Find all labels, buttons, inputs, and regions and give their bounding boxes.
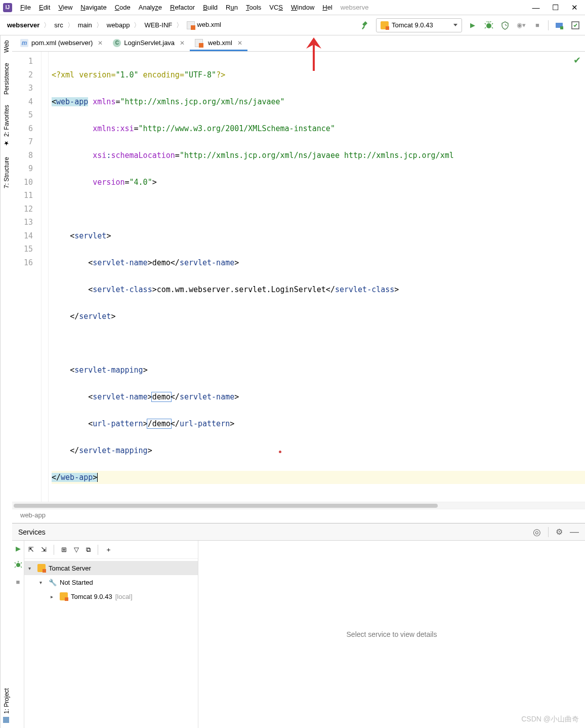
project-icon (4, 717, 10, 723)
gear-icon[interactable]: ⚙ (556, 527, 563, 537)
code-area[interactable]: <?xml version="1.0" encoding="UTF-8"?> <… (49, 52, 585, 502)
close-icon[interactable]: ✕ (180, 39, 185, 47)
minimize-panel-button[interactable]: — (570, 527, 579, 537)
java-class-icon: C (113, 39, 121, 47)
menu-run[interactable]: Run (222, 2, 242, 13)
services-tool-window: Services ◎ ⚙ — ▶ ■ ⇱ ⇲ (12, 523, 585, 728)
svg-point-0 (486, 23, 491, 28)
crumb-webinf[interactable]: WEB-INF (141, 20, 175, 30)
profiler-button[interactable]: ◉▾ (516, 20, 527, 31)
project-tool-tab[interactable]: 1: Project (1, 683, 12, 728)
menu-build[interactable]: Build (199, 2, 222, 13)
watermark: CSDN @小山曲奇 (521, 715, 579, 724)
editor-tabbar: m pom.xml (webserver) ✕ C LoginServlet.j… (12, 35, 585, 52)
collapse-all-icon[interactable]: ⇲ (41, 546, 47, 553)
fold-gutter[interactable] (41, 52, 49, 502)
xml-file-icon (187, 21, 195, 29)
run-configuration-selector[interactable]: Tomcat 9.0.43 (376, 18, 462, 32)
tab-pom[interactable]: m pom.xml (webserver) ✕ (15, 36, 108, 51)
maximize-button[interactable]: ☐ (551, 3, 560, 12)
stop-button[interactable]: ■ (532, 20, 543, 31)
debug-button[interactable] (483, 20, 494, 31)
crumb-webapp[interactable]: webapp (104, 20, 133, 30)
favorites-tool-tab[interactable]: ★2: Favorites (1, 100, 12, 152)
group-icon[interactable]: ⊞ (61, 546, 67, 553)
menu-vcs[interactable]: VCS (265, 2, 287, 13)
app-icon: IJ (3, 3, 12, 12)
editor[interactable]: 12345678910111213141516 <?xml version="1… (12, 52, 585, 502)
chevron-down-icon[interactable]: ▾ (28, 565, 34, 571)
tab-login-servlet[interactable]: C LoginServlet.java ✕ (108, 36, 190, 51)
caret-down-icon (453, 24, 457, 26)
tomcat-icon (60, 592, 68, 600)
search-everywhere-button[interactable] (570, 20, 581, 31)
persistence-tool-tab[interactable]: Persistence (1, 58, 12, 100)
run-button[interactable]: ▶ (467, 20, 478, 31)
services-title: Services (18, 528, 46, 536)
menu-edit[interactable]: Edit (35, 2, 54, 13)
navigation-bar: webserver〉 src〉 main〉 webapp〉 WEB-INF〉 w… (0, 15, 585, 35)
window-title: webserve (337, 2, 373, 13)
line-number-gutter: 12345678910111213141516 (12, 52, 41, 502)
filter-icon[interactable]: ▽ (74, 546, 79, 553)
crumb-project[interactable]: webserver (4, 20, 43, 30)
editor-breadcrumb[interactable]: web-app (12, 509, 585, 523)
debug-icon[interactable] (14, 560, 22, 570)
error-dot-icon (279, 451, 281, 453)
services-details-placeholder: Select service to view details (198, 541, 585, 728)
left-tool-gutter: 1: Project 7: Structure ★2: Favorites Pe… (0, 35, 12, 728)
build-hammer-icon[interactable] (360, 20, 371, 31)
menu-navigate[interactable]: Navigate (76, 2, 110, 13)
chevron-down-icon[interactable]: ▾ (39, 580, 46, 585)
tab-label: LoginServlet.java (124, 39, 175, 47)
chevron-right-icon[interactable]: ▸ (51, 594, 57, 599)
services-action-gutter: ▶ ■ (12, 541, 24, 728)
menu-window[interactable]: Window (287, 2, 318, 13)
structure-tool-tab[interactable]: 7: Structure (1, 152, 12, 193)
close-icon[interactable]: ✕ (237, 39, 242, 47)
tab-label: web.xml (208, 39, 232, 47)
crumb-main[interactable]: main (75, 20, 95, 30)
tree-row-instance[interactable]: ▸ Tomcat 9.0.43 [local] (24, 589, 198, 603)
web-tool-tab[interactable]: Web (1, 35, 12, 58)
menu-view[interactable]: View (54, 2, 76, 13)
menu-help[interactable]: Hel (318, 2, 337, 13)
crumb-src[interactable]: src (51, 20, 66, 30)
menu-file[interactable]: File (16, 2, 35, 13)
menu-analyze[interactable]: Analyze (135, 2, 166, 13)
tomcat-icon (37, 564, 46, 572)
run-icon[interactable]: ▶ (16, 545, 21, 552)
tree-row-status[interactable]: ▾ 🔧 Not Started (24, 575, 198, 589)
inspection-ok-icon[interactable]: ✔ (573, 55, 581, 66)
minimize-button[interactable]: — (531, 3, 540, 12)
menubar: IJ File Edit View Navigate Code Analyze … (0, 0, 585, 15)
text-cursor (97, 473, 98, 482)
expand-all-icon[interactable]: ⇱ (28, 546, 34, 553)
layout-icon[interactable]: ⧉ (86, 546, 91, 554)
maven-icon: m (20, 39, 28, 47)
xml-file-icon (195, 39, 203, 47)
tomcat-icon (381, 21, 389, 29)
close-icon[interactable]: ✕ (98, 39, 103, 47)
close-button[interactable]: ✕ (570, 3, 579, 12)
menu-refactor[interactable]: Refactor (166, 2, 199, 13)
horizontal-scrollbar[interactable] (12, 502, 585, 509)
tree-row-root[interactable]: ▾ Tomcat Server (24, 561, 198, 575)
run-config-label: Tomcat 9.0.43 (392, 21, 433, 29)
services-toolbar: ⇱ ⇲ ⊞ ▽ ⧉ ＋ (24, 541, 198, 559)
menu-code[interactable]: Code (111, 2, 135, 13)
target-icon[interactable]: ◎ (533, 527, 541, 538)
menu-tools[interactable]: Tools (242, 2, 265, 13)
svg-rect-2 (560, 26, 563, 29)
tab-web-xml[interactable]: web.xml ✕ (190, 36, 247, 51)
services-tree[interactable]: ▾ Tomcat Server ▾ 🔧 Not Started ▸ (24, 559, 198, 605)
git-button[interactable] (554, 20, 565, 31)
add-icon[interactable]: ＋ (105, 545, 112, 554)
wrench-icon: 🔧 (49, 579, 57, 586)
tab-label: pom.xml (webserver) (31, 39, 93, 47)
coverage-button[interactable] (499, 20, 511, 31)
crumb-file[interactable]: web.xml (184, 20, 224, 30)
stop-icon[interactable]: ■ (16, 578, 20, 586)
svg-point-4 (16, 563, 20, 567)
